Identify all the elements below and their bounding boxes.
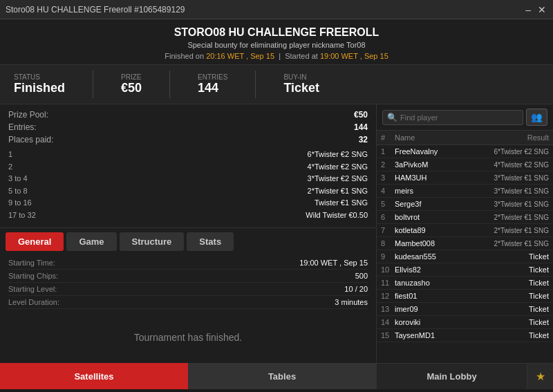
place-row: 24*Twister €2 SNG <box>8 161 368 174</box>
prize-label: Prize <box>121 73 142 81</box>
prize-value: €50 <box>121 81 142 95</box>
buyin-value: Ticket <box>283 81 319 95</box>
prize-pool-value: €50 <box>354 110 368 120</box>
divider-2 <box>169 71 170 98</box>
table-row[interactable]: 14korovikiTicket <box>377 316 553 329</box>
prize-area: Prize Pool: €50 Entries: 144 Places paid… <box>0 104 376 228</box>
player-table: 1FreeNavalny6*Twister €2 SNG23aPivkoM4*T… <box>377 145 553 363</box>
info-val: 19:00 WET , Sep 15 <box>299 259 368 267</box>
place-label: 2 <box>8 161 43 174</box>
add-friend-icon: 👥 <box>531 112 543 122</box>
info-key: Level Duration: <box>8 298 59 306</box>
places-paid-label: Places paid: <box>8 135 53 144</box>
player-table-header: # Name Result <box>377 131 553 145</box>
player-name: boltvrot <box>395 213 483 221</box>
tab-general[interactable]: General <box>6 232 64 251</box>
col-name-header: Name <box>395 133 483 142</box>
window-title: Storo08 HU CHALLENGE Freeroll #106548912… <box>6 5 185 15</box>
player-num: 12 <box>381 292 395 300</box>
place-label: 17 to 32 <box>8 209 43 222</box>
player-name: tanuzasho <box>395 279 483 287</box>
tournament-header: STORO08 HU CHALLENGE FREEROLL Special bo… <box>0 19 553 65</box>
info-key: Starting Chips: <box>8 272 58 280</box>
table-row[interactable]: 1FreeNavalny6*Twister €2 SNG <box>377 145 553 158</box>
player-name: Serge3f <box>395 200 483 208</box>
tab-structure[interactable]: Structure <box>120 232 185 251</box>
info-val: 3 minutes <box>335 298 368 306</box>
tab-game[interactable]: Game <box>66 232 116 251</box>
main-lobby-button[interactable]: Main Lobby <box>377 364 527 389</box>
player-name: HAM3UH <box>395 174 483 182</box>
table-row[interactable]: 23aPivkoM4*Twister €2 SNG <box>377 158 553 171</box>
table-row[interactable]: 10Ellvis82Ticket <box>377 263 553 277</box>
star-icon: ★ <box>536 371 545 382</box>
search-icon: 🔍 <box>387 113 397 122</box>
finished-time: 20:16 WET , Sep 15 <box>206 52 274 60</box>
table-row[interactable]: 11tanuzashoTicket <box>377 277 553 290</box>
player-num: 13 <box>381 305 395 313</box>
add-friend-button[interactable]: 👥 <box>526 109 547 126</box>
player-num: 1 <box>381 147 395 156</box>
info-key: Starting Time: <box>8 259 55 267</box>
table-row[interactable]: 4meirs3*Twister €1 SNG <box>377 185 553 198</box>
table-row[interactable]: 8Mambet0082*Twister €1 SNG <box>377 237 553 250</box>
finished-message: Tournament has finished. <box>134 332 242 343</box>
prize-stat: Prize €50 <box>121 73 142 95</box>
place-value: Twister €1 SNG <box>315 197 368 209</box>
info-row: Level Duration:3 minutes <box>8 296 368 309</box>
general-info: Starting Time:19:00 WET , Sep 15Starting… <box>0 251 376 312</box>
left-panel: Prize Pool: €50 Entries: 144 Places paid… <box>0 104 377 389</box>
player-result: 6*Twister €2 SNG <box>483 148 549 156</box>
player-name: kotleta89 <box>395 226 483 234</box>
info-row: Starting Time:19:00 WET , Sep 15 <box>8 256 368 270</box>
search-input[interactable] <box>400 113 518 122</box>
player-name: fiest01 <box>395 292 483 300</box>
player-result: 2*Twister €1 SNG <box>483 240 549 248</box>
player-num: 15 <box>381 331 395 339</box>
table-row[interactable]: 9kudesan555Ticket <box>377 250 553 263</box>
player-name: imer09 <box>395 305 483 313</box>
tournament-subtitle: Special bounty for eliminating player ni… <box>0 41 553 49</box>
search-input-wrap[interactable]: 🔍 <box>382 110 523 125</box>
player-num: 4 <box>381 187 395 195</box>
table-row[interactable]: 7kotleta892*Twister €1 SNG <box>377 224 553 237</box>
entries-stat: Entries 144 <box>198 73 227 95</box>
place-value: 3*Twister €2 SNG <box>308 173 368 185</box>
table-row[interactable]: 12fiest01Ticket <box>377 290 553 303</box>
place-row: 3 to 43*Twister €2 SNG <box>8 173 368 185</box>
tournament-time: Finished on 20:16 WET , Sep 15 | Started… <box>0 52 553 60</box>
started-time: 19:00 WET , Sep 15 <box>320 52 388 60</box>
status-stat: Status Finished <box>14 73 65 95</box>
satellites-button[interactable]: Satellites <box>0 363 188 389</box>
started-label: Started at <box>285 52 318 60</box>
player-num: 11 <box>381 279 395 287</box>
player-result: 4*Twister €2 SNG <box>483 161 549 169</box>
place-value: 6*Twister €2 SNG <box>308 149 368 161</box>
player-num: 5 <box>381 200 395 208</box>
prize-pool-label: Prize Pool: <box>8 110 48 120</box>
player-num: 6 <box>381 213 395 221</box>
table-row[interactable]: 5Serge3f3*Twister €1 SNG <box>377 198 553 211</box>
buyin-label: Buy-in <box>283 73 319 81</box>
place-row: 9 to 16Twister €1 SNG <box>8 197 368 209</box>
table-row[interactable]: 6boltvrot2*Twister €1 SNG <box>377 211 553 224</box>
table-row[interactable]: 3HAM3UH3*Twister €1 SNG <box>377 171 553 185</box>
content-area: Tournament has finished. <box>0 312 376 363</box>
entries-row: Entries: 144 <box>8 122 368 132</box>
close-button[interactable]: ✕ <box>536 4 547 15</box>
player-num: 8 <box>381 239 395 248</box>
entries-value: 144 <box>198 81 227 95</box>
place-row: 16*Twister €2 SNG <box>8 149 368 161</box>
window-controls: – ✕ <box>524 4 547 15</box>
player-num: 10 <box>381 265 395 274</box>
table-row[interactable]: 15TaysenMD1Ticket <box>377 329 553 342</box>
place-value: 2*Twister €1 SNG <box>308 185 368 198</box>
tables-button[interactable]: Tables <box>188 363 376 389</box>
minimize-button[interactable]: – <box>524 4 532 15</box>
tab-stats[interactable]: Stats <box>187 232 234 251</box>
favorite-button[interactable]: ★ <box>527 364 553 389</box>
info-key: Starting Level: <box>8 285 57 293</box>
player-num: 7 <box>381 226 395 234</box>
table-row[interactable]: 13imer09Ticket <box>377 303 553 316</box>
player-result: Ticket <box>483 331 549 339</box>
